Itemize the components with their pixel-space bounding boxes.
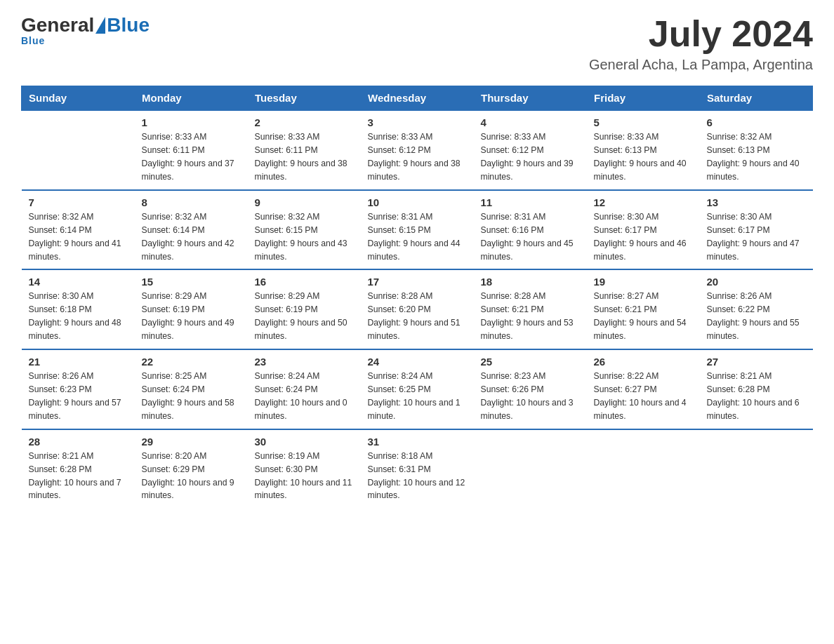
- calendar-cell: 24Sunrise: 8:24 AMSunset: 6:25 PMDayligh…: [361, 349, 474, 429]
- calendar-week-row: 21Sunrise: 8:26 AMSunset: 6:23 PMDayligh…: [22, 349, 813, 429]
- day-info: Sunrise: 8:32 AMSunset: 6:13 PMDaylight:…: [707, 130, 806, 184]
- weekday-header-row: SundayMondayTuesdayWednesdayThursdayFrid…: [22, 86, 813, 111]
- calendar-cell: 16Sunrise: 8:29 AMSunset: 6:19 PMDayligh…: [248, 269, 361, 349]
- calendar-cell: 23Sunrise: 8:24 AMSunset: 6:24 PMDayligh…: [248, 349, 361, 429]
- calendar-cell: 11Sunrise: 8:31 AMSunset: 6:16 PMDayligh…: [474, 190, 587, 270]
- calendar-cell: 4Sunrise: 8:33 AMSunset: 6:12 PMDaylight…: [474, 110, 587, 190]
- logo: General Blue Blue: [21, 14, 150, 46]
- day-number: 31: [368, 436, 467, 448]
- calendar-cell: 25Sunrise: 8:23 AMSunset: 6:26 PMDayligh…: [474, 349, 587, 429]
- day-number: 20: [707, 276, 806, 288]
- day-number: 11: [481, 196, 580, 208]
- weekday-header-saturday: Saturday: [700, 86, 813, 111]
- calendar-cell: 22Sunrise: 8:25 AMSunset: 6:24 PMDayligh…: [135, 349, 248, 429]
- calendar-cell: 29Sunrise: 8:20 AMSunset: 6:29 PMDayligh…: [135, 429, 248, 509]
- calendar-cell: [22, 110, 135, 190]
- day-info: Sunrise: 8:25 AMSunset: 6:24 PMDaylight:…: [142, 370, 241, 423]
- calendar-cell: 19Sunrise: 8:27 AMSunset: 6:21 PMDayligh…: [587, 269, 700, 349]
- calendar-cell: 28Sunrise: 8:21 AMSunset: 6:28 PMDayligh…: [22, 429, 135, 509]
- day-number: 18: [481, 276, 580, 288]
- calendar-week-row: 7Sunrise: 8:32 AMSunset: 6:14 PMDaylight…: [22, 190, 813, 270]
- title-block: July 2024 General Acha, La Pampa, Argent…: [589, 14, 813, 73]
- day-info: Sunrise: 8:32 AMSunset: 6:15 PMDaylight:…: [255, 210, 354, 264]
- calendar-cell: 20Sunrise: 8:26 AMSunset: 6:22 PMDayligh…: [700, 269, 813, 349]
- day-info: Sunrise: 8:30 AMSunset: 6:17 PMDaylight:…: [707, 210, 806, 264]
- day-info: Sunrise: 8:32 AMSunset: 6:14 PMDaylight:…: [142, 210, 241, 264]
- day-info: Sunrise: 8:33 AMSunset: 6:11 PMDaylight:…: [255, 130, 354, 184]
- calendar-week-row: 28Sunrise: 8:21 AMSunset: 6:28 PMDayligh…: [22, 429, 813, 509]
- day-info: Sunrise: 8:26 AMSunset: 6:23 PMDaylight:…: [29, 370, 128, 423]
- day-info: Sunrise: 8:28 AMSunset: 6:20 PMDaylight:…: [368, 290, 467, 343]
- day-info: Sunrise: 8:32 AMSunset: 6:14 PMDaylight:…: [29, 210, 128, 264]
- day-info: Sunrise: 8:33 AMSunset: 6:11 PMDaylight:…: [142, 130, 241, 184]
- logo-blue-text: Blue: [107, 14, 150, 36]
- day-info: Sunrise: 8:33 AMSunset: 6:12 PMDaylight:…: [481, 130, 580, 184]
- day-info: Sunrise: 8:21 AMSunset: 6:28 PMDaylight:…: [707, 370, 806, 423]
- logo-underline: Blue: [21, 35, 45, 46]
- day-number: 12: [594, 196, 693, 208]
- day-number: 14: [29, 276, 128, 288]
- day-number: 5: [594, 116, 693, 128]
- day-info: Sunrise: 8:20 AMSunset: 6:29 PMDaylight:…: [142, 450, 241, 503]
- day-number: 23: [255, 356, 354, 368]
- calendar-cell: 21Sunrise: 8:26 AMSunset: 6:23 PMDayligh…: [22, 349, 135, 429]
- month-year-title: July 2024: [589, 14, 813, 54]
- day-info: Sunrise: 8:21 AMSunset: 6:28 PMDaylight:…: [29, 450, 128, 503]
- calendar-week-row: 1Sunrise: 8:33 AMSunset: 6:11 PMDaylight…: [22, 110, 813, 190]
- day-info: Sunrise: 8:26 AMSunset: 6:22 PMDaylight:…: [707, 290, 806, 343]
- day-number: 13: [707, 196, 806, 208]
- day-info: Sunrise: 8:18 AMSunset: 6:31 PMDaylight:…: [368, 450, 467, 503]
- calendar-week-row: 14Sunrise: 8:30 AMSunset: 6:18 PMDayligh…: [22, 269, 813, 349]
- day-number: 21: [29, 356, 128, 368]
- day-number: 15: [142, 276, 241, 288]
- calendar-cell: 13Sunrise: 8:30 AMSunset: 6:17 PMDayligh…: [700, 190, 813, 270]
- weekday-header-tuesday: Tuesday: [248, 86, 361, 111]
- day-info: Sunrise: 8:31 AMSunset: 6:16 PMDaylight:…: [481, 210, 580, 264]
- day-number: 22: [142, 356, 241, 368]
- calendar-body: 1Sunrise: 8:33 AMSunset: 6:11 PMDaylight…: [22, 110, 813, 508]
- day-number: 25: [481, 356, 580, 368]
- day-info: Sunrise: 8:23 AMSunset: 6:26 PMDaylight:…: [481, 370, 580, 423]
- calendar-cell: 3Sunrise: 8:33 AMSunset: 6:12 PMDaylight…: [361, 110, 474, 190]
- day-info: Sunrise: 8:31 AMSunset: 6:15 PMDaylight:…: [368, 210, 467, 264]
- calendar-cell: 5Sunrise: 8:33 AMSunset: 6:13 PMDaylight…: [587, 110, 700, 190]
- day-info: Sunrise: 8:28 AMSunset: 6:21 PMDaylight:…: [481, 290, 580, 343]
- weekday-header-friday: Friday: [587, 86, 700, 111]
- day-number: 6: [707, 116, 806, 128]
- calendar-cell: 7Sunrise: 8:32 AMSunset: 6:14 PMDaylight…: [22, 190, 135, 270]
- weekday-header-sunday: Sunday: [22, 86, 135, 111]
- calendar-cell: 9Sunrise: 8:32 AMSunset: 6:15 PMDaylight…: [248, 190, 361, 270]
- day-number: 30: [255, 436, 354, 448]
- calendar-cell: [700, 429, 813, 509]
- day-info: Sunrise: 8:33 AMSunset: 6:12 PMDaylight:…: [368, 130, 467, 184]
- calendar-cell: [474, 429, 587, 509]
- calendar-cell: 8Sunrise: 8:32 AMSunset: 6:14 PMDaylight…: [135, 190, 248, 270]
- calendar-cell: 15Sunrise: 8:29 AMSunset: 6:19 PMDayligh…: [135, 269, 248, 349]
- day-info: Sunrise: 8:29 AMSunset: 6:19 PMDaylight:…: [142, 290, 241, 343]
- day-info: Sunrise: 8:22 AMSunset: 6:27 PMDaylight:…: [594, 370, 693, 423]
- calendar-cell: 12Sunrise: 8:30 AMSunset: 6:17 PMDayligh…: [587, 190, 700, 270]
- calendar-header: SundayMondayTuesdayWednesdayThursdayFrid…: [22, 86, 813, 111]
- day-info: Sunrise: 8:27 AMSunset: 6:21 PMDaylight:…: [594, 290, 693, 343]
- location-subtitle: General Acha, La Pampa, Argentina: [589, 57, 813, 73]
- day-number: 10: [368, 196, 467, 208]
- calendar-table: SundayMondayTuesdayWednesdayThursdayFrid…: [21, 86, 813, 508]
- calendar-cell: 31Sunrise: 8:18 AMSunset: 6:31 PMDayligh…: [361, 429, 474, 509]
- calendar-cell: 26Sunrise: 8:22 AMSunset: 6:27 PMDayligh…: [587, 349, 700, 429]
- logo-general-text: General: [21, 14, 94, 36]
- day-number: 19: [594, 276, 693, 288]
- day-info: Sunrise: 8:19 AMSunset: 6:30 PMDaylight:…: [255, 450, 354, 503]
- day-number: 3: [368, 116, 467, 128]
- day-number: 2: [255, 116, 354, 128]
- calendar-cell: 10Sunrise: 8:31 AMSunset: 6:15 PMDayligh…: [361, 190, 474, 270]
- calendar-cell: 27Sunrise: 8:21 AMSunset: 6:28 PMDayligh…: [700, 349, 813, 429]
- day-number: 17: [368, 276, 467, 288]
- calendar-cell: 18Sunrise: 8:28 AMSunset: 6:21 PMDayligh…: [474, 269, 587, 349]
- day-info: Sunrise: 8:30 AMSunset: 6:17 PMDaylight:…: [594, 210, 693, 264]
- day-number: 4: [481, 116, 580, 128]
- day-info: Sunrise: 8:33 AMSunset: 6:13 PMDaylight:…: [594, 130, 693, 184]
- day-number: 27: [707, 356, 806, 368]
- day-number: 26: [594, 356, 693, 368]
- day-number: 29: [142, 436, 241, 448]
- calendar-cell: 1Sunrise: 8:33 AMSunset: 6:11 PMDaylight…: [135, 110, 248, 190]
